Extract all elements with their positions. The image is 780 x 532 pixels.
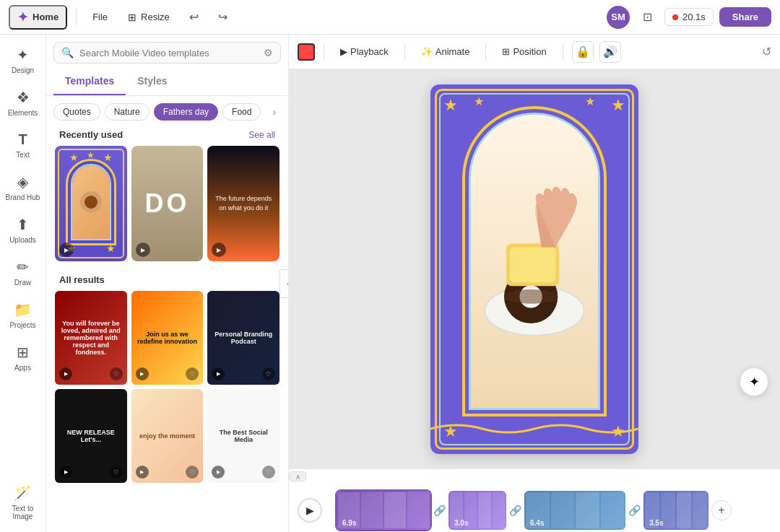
- food-bg: [72, 165, 110, 239]
- result-item-1[interactable]: You will forever be loved, admired and r…: [55, 291, 127, 385]
- sidebar-item-text-to-image[interactable]: 🪄 Text to Image: [3, 479, 43, 526]
- sidebar: ✦ Design ❖ Elements T Text ◈ Brand Hub ⬆…: [0, 35, 46, 532]
- star-bl: ★: [443, 422, 458, 441]
- connector-icon-1: 🔗: [433, 505, 446, 516]
- projects-icon: 📁: [14, 301, 32, 318]
- search-icon: 🔍: [61, 47, 74, 58]
- file-button[interactable]: File: [85, 9, 115, 25]
- result-4-heart[interactable]: ♡: [110, 466, 123, 479]
- brand-hub-icon: ◈: [17, 173, 28, 191]
- play-button-2[interactable]: ▶: [136, 243, 150, 257]
- refresh-icon[interactable]: ↺: [762, 45, 771, 58]
- sidebar-item-uploads[interactable]: ⬆ Uploads: [3, 210, 43, 250]
- playback-button[interactable]: ▶ Playback: [333, 43, 396, 60]
- see-all-link[interactable]: See all: [248, 130, 275, 140]
- lock-button[interactable]: 🔒: [572, 41, 594, 63]
- animate-button[interactable]: ✨ Animate: [414, 43, 477, 60]
- status-button[interactable]: ⊡: [636, 6, 659, 29]
- playback-label: Playback: [350, 46, 389, 57]
- add-segment-button[interactable]: +: [711, 500, 732, 520]
- play-button-1[interactable]: ▶: [59, 243, 74, 257]
- hide-panel-button[interactable]: ‹: [280, 269, 289, 298]
- star-br: ★: [611, 422, 625, 441]
- timeline-segment-2[interactable]: 3.0s: [448, 491, 506, 530]
- timeline-controls: ▶ 6.9s 🔗: [289, 484, 780, 532]
- result-4-play[interactable]: ▶: [59, 466, 72, 479]
- hide-timeline-button[interactable]: ∧: [289, 471, 306, 481]
- timer-display[interactable]: 20.1s: [664, 8, 714, 26]
- canvas-content: ★ ★ ★ ★ ★ ★: [289, 69, 780, 468]
- elements-icon: ❖: [17, 89, 30, 106]
- donut-shape: [80, 191, 102, 213]
- avatar[interactable]: SM: [607, 6, 630, 29]
- recently-used-title: Recently used: [59, 129, 123, 140]
- search-input[interactable]: [79, 48, 258, 58]
- tab-styles[interactable]: Styles: [126, 68, 178, 95]
- star-tl: ★: [69, 152, 79, 163]
- connector-icon-2: 🔗: [509, 505, 521, 516]
- sidebar-item-elements[interactable]: ❖ Elements: [3, 83, 43, 123]
- sidebar-item-apps[interactable]: ⊞ Apps: [3, 338, 43, 378]
- sidebar-item-brand-hub[interactable]: ◈ Brand Hub: [3, 167, 43, 207]
- do-text: DO: [145, 188, 190, 219]
- toolbar-divider-4: [563, 43, 563, 61]
- position-button[interactable]: ⊞ Position: [495, 43, 553, 60]
- sidebar-item-design[interactable]: ✦ Design: [3, 40, 43, 80]
- result-item-2[interactable]: Join us as we redefine innovation ▶ ♡: [131, 291, 204, 385]
- timeline-area: ∧ ▶ 6.9s: [289, 468, 780, 532]
- text-label: Text: [16, 151, 29, 159]
- resize-button[interactable]: ⊞ Resize: [121, 9, 177, 26]
- tab-templates[interactable]: Templates: [53, 68, 126, 95]
- result-item-4[interactable]: NEW RELEASE Let's... ▶ ♡: [55, 389, 127, 483]
- home-button[interactable]: ✦ Home: [9, 5, 67, 30]
- toolbar-divider-3: [485, 43, 486, 61]
- quote-text: The future depends on what you do it: [213, 194, 274, 212]
- timeline-play-button[interactable]: ▶: [298, 498, 322, 523]
- result-5-play[interactable]: ▶: [136, 466, 149, 479]
- ai-assistant-button[interactable]: ✦: [740, 367, 768, 396]
- share-button[interactable]: Share: [719, 7, 771, 27]
- result-1-play[interactable]: ▶: [59, 367, 72, 380]
- result-2-play[interactable]: ▶: [136, 367, 149, 380]
- seg-2-duration: 3.0s: [454, 519, 468, 527]
- sidebar-item-text[interactable]: T Text: [3, 126, 43, 165]
- canvas-area: ▶ Playback ✨ Animate ⊞ Position 🔒 🔊 ↺: [289, 35, 780, 532]
- chip-food[interactable]: Food: [222, 103, 261, 121]
- arch-main: [462, 106, 607, 417]
- recently-used-item-1[interactable]: ★ ★ ★: [55, 146, 127, 261]
- timeline-segment-4[interactable]: 3.5s: [644, 491, 708, 530]
- result-item-6[interactable]: The Best Social Media ▶ ♡: [207, 389, 280, 483]
- design-icon: ✦: [17, 46, 29, 64]
- result-item-5[interactable]: enjoy the moment ▶ ♡: [131, 389, 204, 483]
- sidebar-item-draw[interactable]: ✏ Draw: [3, 253, 43, 292]
- undo-button[interactable]: ↩: [183, 6, 206, 29]
- text-icon: T: [18, 131, 27, 148]
- result-3-heart[interactable]: ♡: [262, 367, 275, 380]
- apps-icon: ⊞: [17, 344, 29, 361]
- timeline-segment-1[interactable]: 6.9s: [337, 491, 430, 530]
- timeline-segment-3[interactable]: 6.4s: [524, 491, 625, 530]
- chip-fathers-day[interactable]: Fathers day: [154, 103, 218, 121]
- sidebar-item-projects[interactable]: 📁 Projects: [3, 295, 43, 335]
- ai-icon: ✦: [749, 374, 760, 390]
- panel-tabs: Templates Styles: [46, 68, 288, 96]
- redo-button[interactable]: ↪: [212, 6, 235, 29]
- result-5-text: enjoy the moment: [139, 432, 195, 440]
- chip-quotes[interactable]: Quotes: [53, 103, 100, 121]
- result-6-heart[interactable]: ♡: [262, 466, 275, 479]
- chip-nature[interactable]: Nature: [105, 103, 150, 121]
- svg-rect-5: [510, 247, 556, 282]
- result-item-3[interactable]: Personal Branding Podcast ▶ ♡: [207, 291, 280, 385]
- recently-used-item-2[interactable]: DO ▶: [131, 146, 204, 261]
- all-results-grid: You will forever be loved, admired and r…: [51, 288, 284, 486]
- timeline-track: 6.9s 🔗 3.0s: [328, 488, 771, 532]
- filter-icon[interactable]: ⚙: [264, 47, 273, 58]
- color-picker[interactable]: [298, 43, 315, 61]
- text-to-image-label: Text to Image: [6, 505, 40, 520]
- templates-scroll: Recently used See all ★ ★ ★: [46, 125, 288, 532]
- result-1-heart[interactable]: ♡: [110, 367, 123, 380]
- chip-more[interactable]: ›: [265, 103, 283, 121]
- donut-svg: [471, 131, 598, 391]
- recently-used-item-3[interactable]: The future depends on what you do it ▶: [207, 146, 280, 261]
- speaker-button[interactable]: 🔊: [599, 41, 621, 63]
